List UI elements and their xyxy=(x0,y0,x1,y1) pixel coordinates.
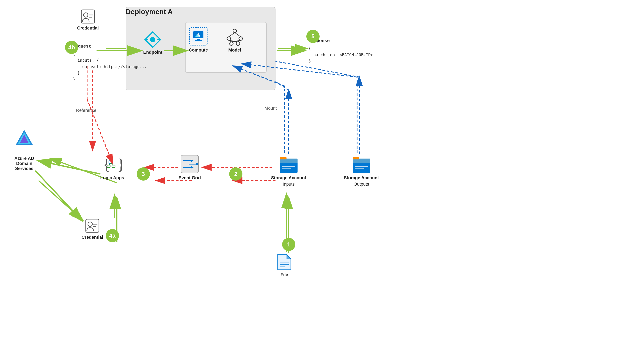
azure-ad-icon xyxy=(11,128,38,154)
storage-inputs-group: Storage Account Inputs xyxy=(271,154,306,187)
badge-2: 2 xyxy=(229,167,242,181)
svg-text:}: } xyxy=(117,155,122,173)
event-grid-group: Event Grid xyxy=(178,154,201,180)
badge-1: 1 xyxy=(282,238,295,251)
mount-label: Mount xyxy=(264,106,277,111)
credential-bottom-icon xyxy=(85,218,100,233)
model-icon-group: Model xyxy=(225,26,245,53)
svg-line-16 xyxy=(38,181,83,220)
svg-line-34 xyxy=(229,32,235,37)
storage-outputs-group: Storage Account Outputs xyxy=(344,154,379,187)
reference-label: Reference xyxy=(76,108,96,113)
badge-4a: 4a xyxy=(106,229,119,242)
svg-rect-26 xyxy=(195,40,202,41)
badge-3: 3 xyxy=(137,167,150,181)
model-icon xyxy=(225,26,245,46)
badge-5: 5 xyxy=(306,30,320,43)
svg-rect-40 xyxy=(81,10,94,23)
request-block: Request { inputs: { dataset: https://sto… xyxy=(73,43,147,83)
svg-rect-48 xyxy=(112,165,115,167)
svg-point-29 xyxy=(233,29,236,32)
svg-point-32 xyxy=(230,42,233,45)
svg-marker-69 xyxy=(286,254,291,259)
logic-apps-group: { } Logic Apps xyxy=(100,154,124,180)
svg-line-97 xyxy=(35,171,82,220)
svg-point-19 xyxy=(150,37,156,42)
svg-text:{: { xyxy=(103,155,110,173)
compute-icon xyxy=(188,26,208,46)
svg-line-96 xyxy=(38,161,100,174)
badge-4b: 4b xyxy=(65,41,78,54)
credential-top-group: Credential xyxy=(77,9,99,31)
azure-ad-group: Azure AD DomainServices xyxy=(6,128,42,171)
compute-icon-group: Compute xyxy=(188,26,208,53)
response-block: Response { batch_job: <BATCH-JOB-ID> } xyxy=(308,37,373,64)
svg-rect-60 xyxy=(280,157,286,159)
file-group: File xyxy=(276,253,292,277)
svg-point-31 xyxy=(239,37,242,40)
svg-point-33 xyxy=(236,42,240,45)
svg-rect-65 xyxy=(353,157,359,159)
svg-line-35 xyxy=(235,32,241,37)
logic-apps-icon: { } xyxy=(102,154,122,174)
svg-rect-25 xyxy=(197,39,200,40)
credential-bottom-group: Credential xyxy=(82,218,103,240)
svg-point-41 xyxy=(84,13,88,17)
svg-rect-73 xyxy=(86,219,99,232)
credential-top-icon xyxy=(80,9,96,24)
diagram-container: Deployment A Endpoint Compute xyxy=(0,0,644,340)
event-grid-icon xyxy=(180,154,200,174)
deployment-title: Deployment A xyxy=(126,8,173,16)
file-icon xyxy=(276,253,292,271)
svg-point-30 xyxy=(227,37,230,40)
svg-point-74 xyxy=(88,222,92,226)
storage-outputs-icon xyxy=(352,154,371,174)
storage-inputs-icon xyxy=(279,154,299,174)
